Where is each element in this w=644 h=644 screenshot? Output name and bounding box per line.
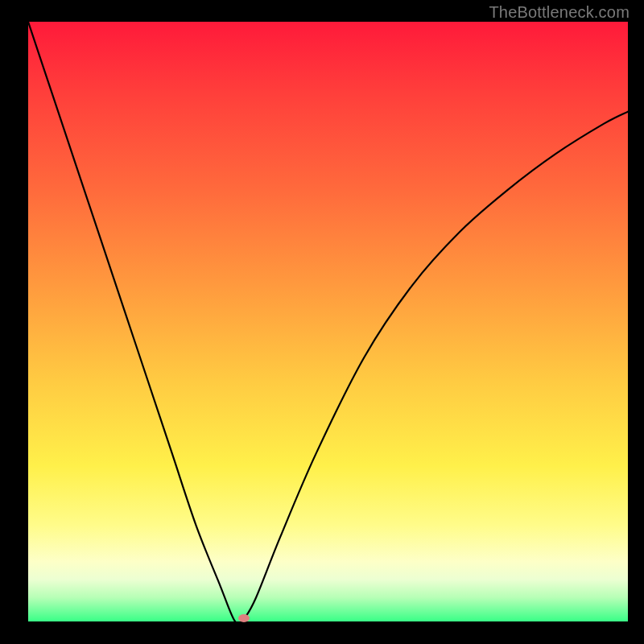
watermark-text: TheBottleneck.com [489, 3, 630, 22]
chart-plot-area [28, 22, 628, 621]
optimal-point-marker [238, 614, 250, 622]
bottleneck-curve [28, 22, 628, 621]
